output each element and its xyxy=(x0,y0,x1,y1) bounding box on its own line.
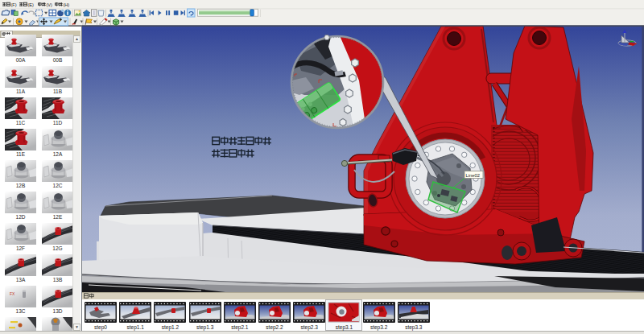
svg-text:(H): (H) xyxy=(63,2,69,7)
svg-text:Line02: Line02 xyxy=(466,173,480,178)
svg-text:(F): (F) xyxy=(10,2,16,7)
svg-text:(E): (E) xyxy=(27,2,34,7)
svg-text:FX: FX xyxy=(10,291,15,296)
svg-text:(V): (V) xyxy=(46,2,52,7)
